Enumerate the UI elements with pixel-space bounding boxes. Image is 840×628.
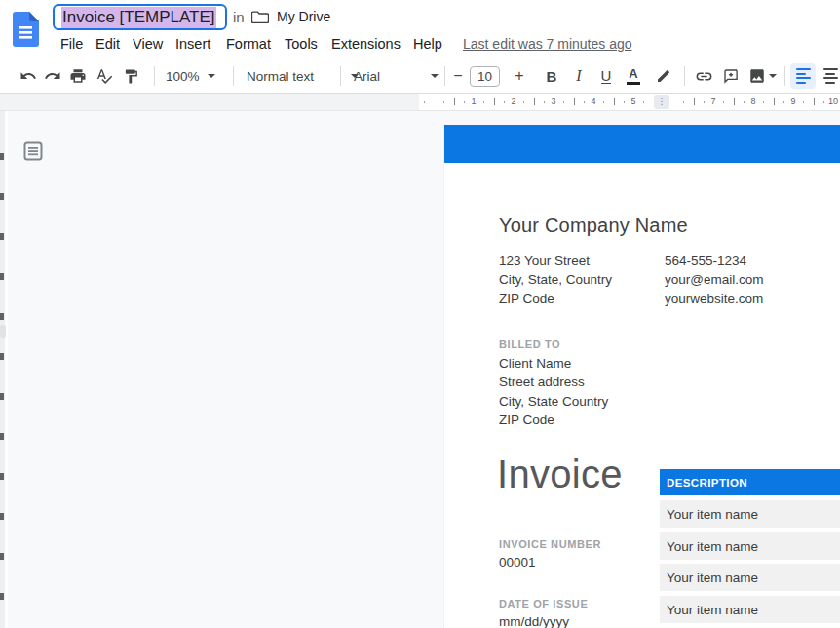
chevron-down-icon [431,74,439,78]
ruler-tick [734,98,735,105]
billed-to-line[interactable]: City, State Country [499,392,608,411]
ruler-tick [683,101,684,103]
ruler-tick [694,98,695,105]
paragraph-style-select[interactable]: Normal text [247,63,359,89]
invoice-heading[interactable]: Invoice [497,452,623,496]
highlighter-icon [656,68,671,84]
menu-insert[interactable]: Insert [175,36,210,52]
font-size-input[interactable]: 10 [470,66,500,87]
text-color-button[interactable]: A [621,63,646,89]
vertical-ruler-tick [0,393,4,400]
zoom-value: 100% [166,69,200,84]
decrease-font-size-button[interactable]: − [447,63,469,89]
paint-format-button[interactable] [118,63,143,89]
invoice-number-value[interactable]: 00001 [499,555,536,569]
table-row-handle[interactable] [0,325,6,338]
table-column-handle[interactable]: ⋮ [654,95,669,109]
ruler-number: 9 [790,97,795,106]
ruler-tick [763,101,764,103]
billed-to-block[interactable]: Client Name Street address City, State C… [499,354,608,429]
spellcheck-button[interactable] [92,63,117,89]
paragraph-style-value: Normal text [247,69,314,84]
menu-help[interactable]: Help [413,36,442,52]
italic-icon: I [576,67,581,85]
document-page[interactable]: Your Company Name 123 Your Street City, … [443,125,840,628]
ruler-tick [464,101,465,103]
align-left-icon [796,68,811,84]
menu-file[interactable]: File [60,36,83,52]
billed-to-line[interactable]: Client Name [499,354,608,373]
highlight-color-button[interactable] [651,63,676,89]
increase-font-size-button[interactable]: + [509,63,530,89]
horizontal-ruler: 1 2 3 4 5 7 8 9 10 ⋮ [0,94,840,111]
document-title-input[interactable]: Invoice [TEMPLATE] [53,4,227,30]
underline-button[interactable]: U [593,63,619,89]
file-location-chip[interactable]: My Drive [251,6,330,27]
ruler-tick [783,101,784,103]
italic-button[interactable]: I [566,63,592,89]
billed-to-label[interactable]: BILLED TO [499,338,560,350]
ruler-tick [563,101,564,103]
ruler-tick [723,101,724,103]
print-button[interactable] [65,63,91,89]
document-outline-button[interactable] [23,141,43,161]
ruler-tick [643,101,644,103]
item-row[interactable]: Your item name [660,500,840,528]
font-value: Arial [354,69,380,84]
date-of-issue-value[interactable]: mm/dd/yyyy [499,614,569,628]
menu-format[interactable]: Format [226,36,271,52]
last-edit-link[interactable]: Last edit was 7 minutes ago [463,36,632,52]
align-left-button[interactable] [790,63,816,89]
redo-button[interactable] [40,63,65,89]
ruler-tick [544,101,545,103]
redo-icon [44,67,61,85]
bold-button[interactable]: B [539,63,564,89]
comment-plus-icon [723,68,740,85]
date-of-issue-label[interactable]: DATE OF ISSUE [499,598,588,609]
vertical-ruler-tick [0,353,4,360]
document-title-text: Invoice [TEMPLATE] [61,7,216,28]
ruler-tick [454,98,455,105]
address-line[interactable]: ZIP Code [499,290,612,308]
toolbar: 100% Normal text Arial − 10 + B I [0,59,840,94]
item-row[interactable]: Your item name [660,564,840,591]
menu-tools[interactable]: Tools [285,36,318,52]
bold-icon: B [547,68,557,85]
zoom-select[interactable]: 100% [166,63,215,89]
billed-to-line[interactable]: Street address [499,373,608,391]
insert-link-button[interactable] [691,63,716,89]
description-header-cell[interactable]: DESCRIPTION [660,469,840,495]
underline-icon: U [601,68,612,84]
google-docs-window: Invoice [TEMPLATE] in My Drive File Edit… [0,0,840,628]
vertical-ruler-tick [0,153,4,160]
ruler-tick [424,101,425,103]
menu-view[interactable]: View [133,36,163,52]
item-row[interactable]: Your item name [660,532,840,560]
minus-icon: − [453,67,462,85]
ruler-number: 5 [630,97,635,106]
vertical-ruler-tick [0,513,4,520]
address-line[interactable]: City, State, Country [499,270,612,289]
ruler-tick [494,98,495,105]
align-center-button[interactable] [818,63,840,89]
ruler-number: 8 [750,97,755,106]
font-select[interactable]: Arial [354,63,439,89]
undo-icon [19,67,37,85]
undo-button[interactable] [16,63,41,89]
vertical-ruler-tick [0,433,4,440]
address-line[interactable]: 123 Your Street [499,252,612,270]
menu-edit[interactable]: Edit [95,36,120,52]
insert-image-button[interactable] [745,63,779,89]
add-comment-button[interactable] [718,63,744,89]
item-row[interactable]: Your item name [660,596,840,623]
chevron-down-icon [769,74,777,78]
spellcheck-icon [95,67,113,85]
ruler-number: 3 [551,97,555,106]
menu-extensions[interactable]: Extensions [331,36,401,52]
invoice-number-label[interactable]: INVOICE NUMBER [499,538,601,550]
ruler-number: 1 [471,97,476,106]
billed-to-line[interactable]: ZIP Code [499,411,608,429]
top-bar: Invoice [TEMPLATE] in My Drive File Edit… [0,0,840,59]
company-address-block[interactable]: 123 Your Street City, State, Country ZIP… [499,252,612,308]
toolbar-separator [340,66,341,86]
